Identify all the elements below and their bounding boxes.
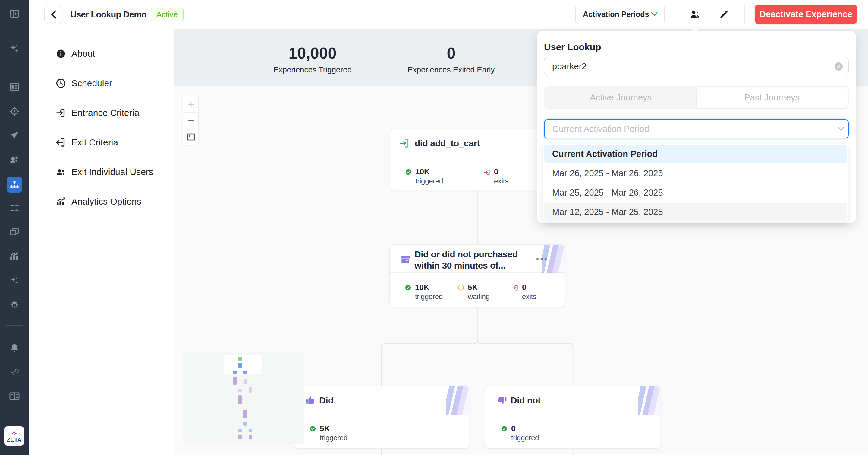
node-stat-waiting: 5K waiting [468, 283, 490, 300]
node-stat-triggered: 5K triggered [320, 425, 347, 442]
clock-icon [55, 78, 67, 89]
analytics-icon[interactable] [0, 250, 29, 262]
minimap-node [238, 357, 242, 361]
deactivate-experience-button[interactable]: Deactivate Experience [755, 4, 857, 24]
users-icon [55, 166, 67, 178]
minimap-node [243, 422, 247, 426]
minimap-node [239, 389, 242, 392]
package-icon [400, 253, 411, 265]
user-lookup-popover: User Lookup ✕ Active Journeys Past Journ… [537, 31, 856, 223]
audience-icon[interactable] [0, 153, 29, 166]
node-decoration [638, 386, 660, 415]
success-icon [405, 169, 412, 175]
node-did[interactable]: Did 5K triggered [294, 386, 469, 449]
journeys-tabs: Active Journeys Past Journeys [544, 86, 849, 109]
waiting-clock-icon [458, 284, 464, 291]
collapse-sidebar-icon[interactable] [0, 8, 29, 20]
sidebar-item-entrance-criteria[interactable]: Entrance Criteria [29, 104, 174, 122]
bar-chart-icon [55, 196, 67, 207]
chevron-down-icon [838, 127, 844, 131]
option-mar12-mar25[interactable]: Mar 12, 2025 - Mar 25, 2025 [544, 203, 847, 221]
target-icon[interactable] [0, 105, 29, 117]
sidebar-item-journeys-active[interactable] [7, 177, 22, 193]
node-title: did add_to_cart [415, 138, 480, 149]
exit-red-icon [484, 169, 490, 176]
thumbs-up-icon [304, 394, 316, 406]
minimap-node [238, 435, 242, 439]
cards-icon[interactable] [0, 81, 29, 93]
edit-pencil-icon[interactable] [716, 7, 732, 22]
node-decoration [446, 386, 469, 415]
node-title: Did not [510, 395, 541, 406]
sidebar-item-label: Exit Individual Users [71, 167, 153, 177]
zeta-logo[interactable]: ZETA [4, 426, 24, 446]
minimap-node [249, 388, 252, 393]
stat-label: Experiences Exited Early [407, 65, 495, 75]
tab-active-journeys[interactable]: Active Journeys [545, 87, 696, 108]
road-icon[interactable] [0, 366, 29, 378]
sidebar-item-label: About [71, 49, 95, 59]
status-badge: Active [151, 8, 184, 21]
header: User Lookup Demo Active Activation Perio… [29, 0, 868, 29]
minimap-node [243, 410, 247, 419]
sidebar-item-analytics-options[interactable]: Analytics Options [29, 193, 174, 210]
tab-past-journeys[interactable]: Past Journeys [696, 87, 848, 108]
back-button[interactable] [44, 5, 62, 24]
layers-icon[interactable] [0, 226, 29, 238]
node-did-or-did-not-purchased[interactable]: Did or did not purchased within 30 minut… [390, 245, 565, 307]
sidebar-item-about[interactable]: About [29, 45, 174, 63]
option-current-activation-period[interactable]: Current Activation Period [544, 145, 847, 163]
thumbs-down-icon [496, 394, 508, 406]
node-stat-exits: 0 exits [494, 168, 508, 184]
option-mar25-mar26[interactable]: Mar 25, 2025 - Mar 26, 2025 [544, 184, 847, 201]
bell-icon[interactable] [0, 342, 29, 354]
node-did-not[interactable]: Did not 0 triggered [485, 386, 660, 449]
minimap-node [244, 379, 247, 384]
user-lookup-icon[interactable] [687, 7, 703, 22]
activation-periods-dropdown[interactable]: Activation Periods [575, 4, 664, 24]
page-title: User Lookup Demo [70, 10, 147, 20]
zoom-out-button[interactable] [183, 113, 199, 129]
node-title: Did or did not purchased within 30 minut… [414, 249, 535, 271]
gear-icon[interactable] [0, 298, 29, 311]
send-icon[interactable] [0, 129, 29, 141]
success-icon [310, 425, 316, 432]
clear-input-icon[interactable]: ✕ [835, 62, 843, 70]
fit-view-button[interactable] [183, 129, 199, 145]
zoom-in-button[interactable] [183, 96, 199, 113]
activation-period-select[interactable]: Current Activation Period [544, 119, 849, 139]
sidebar-item-scheduler[interactable]: Scheduler [29, 74, 174, 92]
zeta-logo-text: ZETA [7, 437, 22, 443]
exit-red-icon [512, 285, 518, 291]
select-placeholder: Current Activation Period [553, 124, 838, 134]
sidebar-item-exit-individual-users[interactable]: Exit Individual Users [29, 163, 174, 181]
minimap-node [233, 371, 237, 374]
stat-experiences-triggered: 10,000 Experiences Triggered [273, 29, 352, 75]
minimap-node [249, 435, 252, 439]
exit-icon [55, 137, 67, 148]
option-mar26-mar26[interactable]: Mar 26, 2025 - Mar 26, 2025 [544, 165, 847, 182]
ellipsis-menu-icon[interactable] [536, 258, 547, 260]
sparkles-icon[interactable] [0, 43, 29, 55]
header-separator [675, 5, 675, 24]
minimap-viewport [224, 355, 261, 374]
sparkles-icon-2[interactable] [0, 275, 29, 287]
node-stat-triggered: 10K triggered [415, 283, 443, 300]
docs-icon[interactable] [0, 390, 29, 402]
flow-icon[interactable] [0, 202, 29, 214]
rail-divider [6, 325, 23, 325]
minimap-node [238, 395, 242, 404]
node-stat-triggered: 0 triggered [511, 425, 539, 442]
header-separator [744, 5, 745, 24]
sidebar-item-exit-criteria[interactable]: Exit Criteria [29, 133, 174, 151]
chevron-down-icon [651, 12, 658, 16]
minimap-node [233, 376, 237, 385]
node-title: Did [319, 395, 333, 406]
minimap-node [239, 429, 242, 432]
minimap-node [238, 363, 242, 368]
minimap[interactable] [183, 352, 304, 444]
sidebar-item-label: Entrance Criteria [71, 108, 139, 118]
user-search-input[interactable] [544, 57, 849, 76]
sidebar-item-label: Scheduler [71, 78, 112, 88]
info-icon [55, 48, 67, 59]
